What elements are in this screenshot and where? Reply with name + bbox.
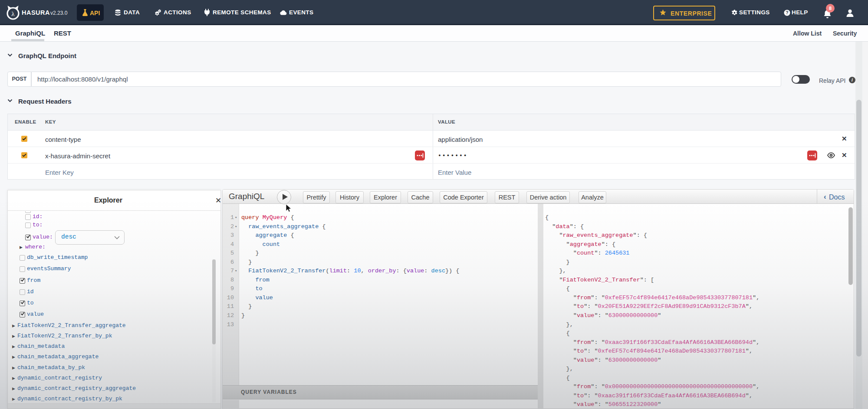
- svg-text:λ: λ: [11, 10, 15, 17]
- svg-text:?: ?: [786, 10, 788, 15]
